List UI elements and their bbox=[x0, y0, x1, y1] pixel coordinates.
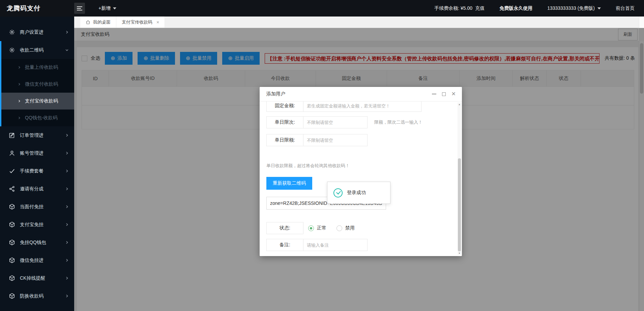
maximize-icon bbox=[442, 92, 446, 96]
status-radio-禁用[interactable]: 禁用 bbox=[336, 225, 355, 231]
chevron-right-icon bbox=[18, 116, 21, 120]
sidebar-item-商户设置进[interactable]: 商户设置进 bbox=[1, 23, 74, 41]
page-scrollbar-thumb[interactable] bbox=[640, 43, 643, 94]
sidebar-subitem-微信支付收款码[interactable]: 微信支付收款码 bbox=[1, 76, 74, 93]
sidebar-item-label: 防换收款码 bbox=[20, 293, 43, 299]
sidebar-subitem-QQ钱包-收款码[interactable]: QQ钱包-收款码 bbox=[1, 110, 74, 126]
daily-count-hint: 限额，限次二选一输入！ bbox=[374, 119, 422, 125]
tab-label: 我的桌面 bbox=[93, 19, 111, 25]
recharge-link[interactable]: 充值 bbox=[475, 5, 485, 11]
panel-title: 支付宝收款码 bbox=[81, 31, 109, 37]
status-radio-group: 正常禁用 bbox=[308, 222, 355, 234]
page-scrollbar-top[interactable] bbox=[639, 17, 644, 28]
sidebar-subitem-支付宝传收款码[interactable]: 支付宝传收款码 bbox=[1, 93, 74, 110]
share-icon bbox=[9, 186, 15, 192]
maximize-button[interactable] bbox=[442, 92, 446, 96]
sidebar-item-免挂QQ钱包[interactable]: 免挂QQ钱包 bbox=[1, 234, 74, 251]
frontend-home-link[interactable]: 前台首页 bbox=[616, 5, 635, 11]
column-header-今日收款: 今日收款 bbox=[245, 70, 316, 86]
button-label: 批量禁用 bbox=[193, 55, 211, 61]
window-controls: ✕ bbox=[432, 91, 456, 97]
sidebar-item-当面付免挂[interactable]: 当面付免挂 bbox=[1, 198, 74, 216]
status-radio-正常[interactable]: 正常 bbox=[308, 225, 326, 231]
edition-badge: 免费版永久使用 bbox=[499, 5, 532, 11]
modal-scrollbar-thumb[interactable] bbox=[458, 158, 461, 251]
chevron-right-icon bbox=[65, 223, 69, 226]
home-icon bbox=[86, 20, 90, 25]
sidebar-item-手续费套餐[interactable]: 手续费套餐 bbox=[1, 162, 74, 180]
sidebar-item-收款二维码[interactable]: 收款二维码 bbox=[1, 41, 74, 59]
sidebar-group: 免挂QQ钱包 bbox=[0, 234, 74, 251]
select-all-checkbox[interactable] bbox=[82, 56, 87, 61]
sidebar-subitem-label: 微信支付收款码 bbox=[25, 81, 58, 87]
tab-bar: 我的桌面支付宝传收款码× bbox=[74, 17, 644, 28]
chevron-right-icon bbox=[65, 30, 69, 34]
modal-scrollbar[interactable]: ▲ ▼ bbox=[458, 102, 461, 255]
topbar-right: 手续费余额: ¥5.00 充值 免费版永久使用 13333333333 (免费版… bbox=[434, 5, 644, 11]
fixed-amount-input[interactable] bbox=[303, 101, 421, 112]
success-check-icon bbox=[333, 188, 343, 197]
batch-disable-button[interactable]: ⊕批量禁用 bbox=[180, 52, 217, 65]
sidebar-item-label: 邀请有分成 bbox=[20, 186, 43, 192]
column-header-固定金额: 固定金额 bbox=[316, 70, 387, 86]
sidebar-item-订单管理进[interactable]: 订单管理进 bbox=[1, 126, 74, 144]
gear-icon bbox=[9, 47, 15, 53]
refetch-qrcode-button[interactable]: 重新获取二维码 bbox=[266, 177, 312, 190]
scroll-up-icon[interactable]: ▲ bbox=[458, 102, 461, 106]
sidebar-group: 支付宝免挂 bbox=[0, 216, 74, 234]
menu-toggle-button[interactable] bbox=[74, 3, 85, 14]
cube-icon bbox=[9, 239, 15, 246]
sidebar-group: CK掉线提醒 bbox=[0, 269, 74, 287]
batch-delete-button[interactable]: ⊕批量删除 bbox=[138, 52, 175, 65]
refresh-button[interactable]: 刷新 bbox=[618, 29, 638, 40]
tab-close-icon[interactable]: × bbox=[156, 20, 159, 25]
tab-支付宝传收款码[interactable]: 支付宝传收款码× bbox=[116, 17, 165, 28]
tab-label: 支付宝传收款码 bbox=[122, 19, 152, 25]
check-icon bbox=[9, 168, 15, 174]
tab-我的桌面[interactable]: 我的桌面 bbox=[80, 17, 116, 28]
page-scrollbar[interactable] bbox=[639, 41, 644, 311]
fee-balance-label: 手续费余额: ¥5.00 bbox=[434, 5, 472, 11]
daily-count-input[interactable] bbox=[303, 116, 368, 128]
status-label: 状态: bbox=[266, 222, 303, 234]
status-row: 状态: 正常禁用 bbox=[266, 222, 355, 234]
sidebar-group: 订单管理进 bbox=[0, 126, 74, 144]
sidebar-item-label: 当面付免挂 bbox=[20, 204, 43, 210]
chevron-right-icon bbox=[65, 169, 69, 173]
sidebar-subitem-批量上传收款码[interactable]: 批量上传收款码 bbox=[1, 59, 74, 76]
sidebar-item-账号管理进[interactable]: 账号管理进 bbox=[1, 144, 74, 162]
select-all-label: 全选 bbox=[91, 55, 100, 61]
minimize-button[interactable] bbox=[432, 94, 436, 94]
modal-titlebar: 添加用户 ✕ bbox=[260, 87, 462, 101]
sidebar-item-防换收款码[interactable]: 防换收款码 bbox=[1, 287, 74, 305]
daily-amount-row: 单日限额: bbox=[266, 134, 368, 146]
hamburger-icon bbox=[77, 6, 82, 7]
sidebar-group: 商户设置进 bbox=[0, 23, 74, 41]
sidebar-item-label: 手续费套餐 bbox=[20, 168, 43, 174]
column-header-收款账号ID: 收款账号ID bbox=[109, 70, 177, 86]
sidebar-item-CK掉线提醒[interactable]: CK掉线提醒 bbox=[1, 269, 74, 287]
account-dropdown[interactable]: 13333333333 (免费版) bbox=[547, 5, 601, 11]
new-add-dropdown[interactable]: +新增 bbox=[98, 5, 116, 11]
sidebar-group: 微信免挂进 bbox=[0, 251, 74, 269]
remark-label: 备注: bbox=[266, 239, 303, 251]
chevron-right-icon bbox=[65, 205, 69, 209]
sidebar-item-label: 微信免挂进 bbox=[20, 257, 43, 263]
sidebar-item-微信免挂进[interactable]: 微信免挂进 bbox=[1, 251, 74, 269]
close-button[interactable]: ✕ bbox=[451, 91, 456, 97]
column-header-状态: 状态 bbox=[547, 70, 581, 86]
gear-icon bbox=[9, 29, 15, 35]
sidebar-item-支付宝免挂[interactable]: 支付宝免挂 bbox=[1, 216, 74, 234]
remark-input[interactable] bbox=[303, 239, 368, 251]
toast-message: 登录成功 bbox=[347, 190, 366, 196]
sidebar-item-邀请有分成[interactable]: 邀请有分成 bbox=[1, 180, 74, 198]
batch-enable-button[interactable]: ⊕批量启用 bbox=[222, 52, 259, 65]
sidebar-group: 账号管理进 bbox=[0, 144, 74, 162]
column-header-收款码: 收款码 bbox=[177, 70, 245, 86]
button-label: 批量启用 bbox=[235, 55, 254, 61]
daily-count-label: 单日限次: bbox=[266, 116, 303, 128]
daily-amount-input[interactable] bbox=[303, 134, 368, 146]
remark-row: 备注: bbox=[266, 239, 368, 251]
scroll-down-icon[interactable]: ▼ bbox=[458, 251, 461, 255]
add-button[interactable]: ⊕添加 bbox=[105, 52, 133, 65]
